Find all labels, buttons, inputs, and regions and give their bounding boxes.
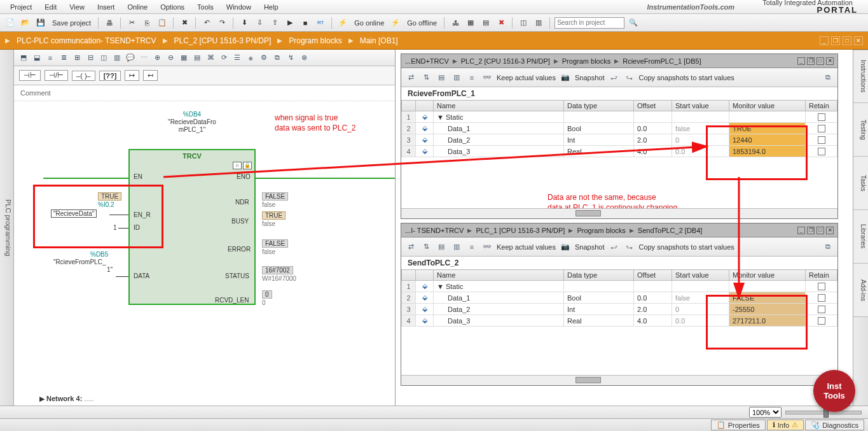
paste-icon[interactable]: 📋	[156, 17, 169, 29]
p1-snap-icon[interactable]: 📷	[560, 72, 571, 83]
rail-tasks[interactable]: Tasks	[853, 157, 868, 210]
p1-glasses-icon[interactable]: 👓	[481, 72, 493, 83]
ed-icon-12[interactable]: ⊖	[165, 52, 176, 64]
p1-copy-icon-1[interactable]: ⮐	[608, 72, 619, 83]
p2-col-retain[interactable]: Retain	[806, 270, 837, 281]
ed-icon-7[interactable]: ◫	[98, 52, 109, 64]
p1-rest-icon[interactable]: ❐	[807, 57, 815, 65]
menu-tools[interactable]: Tools	[192, 2, 219, 12]
p1-col-type[interactable]: Data type	[564, 101, 634, 111]
ed-icon-14[interactable]: ▤	[191, 52, 203, 64]
open-project-icon[interactable]: 📂	[19, 17, 32, 29]
p1-crumb-3[interactable]: RcieveFromPLC_1 [DB5]	[623, 57, 701, 65]
p1-copy[interactable]: Copy snapshots to start values	[638, 74, 734, 81]
p2-col-type[interactable]: Data type	[564, 270, 634, 281]
p2-max-icon[interactable]: □	[816, 227, 824, 234]
p1-icon-1[interactable]: ⇄	[405, 72, 417, 83]
p1-icon-5[interactable]: ≡	[466, 72, 478, 83]
save-project-button[interactable]: Save project	[50, 19, 93, 27]
p2-crumb-2[interactable]: Program blocks	[577, 227, 625, 234]
p1-icon-2[interactable]: ⇅	[420, 72, 432, 83]
split-v-icon[interactable]: ▥	[532, 17, 545, 29]
p2-icon-5[interactable]: ≡	[466, 241, 478, 253]
p1-copy-icon-2[interactable]: ⮑	[623, 72, 635, 83]
p2-copy-icon-1[interactable]: ⮐	[608, 241, 619, 253]
table-row[interactable]: 1⬙ ▼ Static	[402, 111, 837, 123]
p2-icon-4[interactable]: ▥	[451, 241, 462, 253]
en_r-tag[interactable]: "RecieveData"	[51, 209, 97, 218]
p2-min-icon[interactable]: _	[797, 227, 805, 234]
cross-ref-icon[interactable]: ▤	[479, 17, 492, 29]
redo-icon[interactable]: ↷	[216, 17, 228, 29]
comment-row[interactable]: Comment	[14, 85, 395, 101]
rail-addins[interactable]: Add-ins	[853, 264, 868, 317]
ed-icon-22[interactable]: ⊗	[298, 52, 310, 64]
p2-settings-icon[interactable]: ⧉	[822, 241, 834, 253]
ed-icon-19[interactable]: ⚙	[258, 52, 270, 64]
table-row[interactable]: 2⬙ Data_1 Bool0.0 falseTRUE	[402, 123, 837, 134]
minimize-icon[interactable]: _	[820, 36, 829, 45]
ed-icon-15[interactable]: ⌘	[205, 52, 216, 64]
table-row[interactable]: 4⬙ Data_3 Real4.0 0.01853194.0	[402, 146, 837, 157]
ed-icon-2[interactable]: ⬓	[31, 52, 43, 64]
ed-icon-5[interactable]: ⊞	[71, 52, 83, 64]
p2-icon-1[interactable]: ⇄	[405, 241, 417, 253]
search-go-icon[interactable]: 🔍	[627, 17, 640, 29]
zoom-select[interactable]: 100%	[749, 407, 782, 418]
p2-crumb-1[interactable]: PLC_1 [CPU 1516-3 PN/DP]	[476, 227, 565, 234]
p2-crumb-3[interactable]: SendToPLC_2 [DB4]	[638, 227, 703, 234]
menu-project[interactable]: Project	[5, 2, 37, 12]
p2-icon-2[interactable]: ⇅	[420, 241, 432, 253]
ed-icon-3[interactable]: ≡	[45, 52, 56, 64]
menu-edit[interactable]: Edit	[39, 2, 62, 12]
ed-icon-16[interactable]: ⟳	[218, 52, 230, 64]
copy-icon[interactable]: ⎘	[141, 17, 153, 29]
trcv-block[interactable]: TRCV ⌂ 🔒	[128, 149, 256, 305]
restore-icon[interactable]: ❐	[831, 36, 840, 45]
menu-insert[interactable]: Insert	[92, 2, 120, 12]
p2-rest-icon[interactable]: ❐	[807, 227, 815, 234]
new-project-icon[interactable]: 📄	[4, 17, 17, 29]
menu-window[interactable]: Window	[221, 2, 256, 12]
go-online-icon[interactable]: ⚡	[336, 17, 349, 29]
stop-icon[interactable]: ■	[299, 17, 312, 29]
p2-snapshot[interactable]: Snapshot	[575, 243, 604, 251]
editor-icon[interactable]: ⬒	[18, 52, 29, 64]
tab-properties[interactable]: 📋Properties	[711, 420, 766, 430]
contact-no-icon[interactable]: ⊣⊢	[19, 70, 41, 81]
p2-close-icon[interactable]: ✕	[826, 227, 834, 234]
p1-settings-icon[interactable]: ⧉	[822, 72, 834, 83]
table-row[interactable]: 2⬙ Data_1 Bool0.0 falseFALSE	[402, 292, 837, 304]
x-icon[interactable]: ✖	[495, 17, 507, 29]
compile-icon[interactable]: ⬇	[238, 17, 251, 29]
ed-icon-8[interactable]: ▥	[111, 52, 123, 64]
panel1-hscroll[interactable]	[401, 208, 837, 218]
block-lock-icon[interactable]: 🔒	[243, 162, 252, 169]
p1-col-offset[interactable]: Offset	[634, 101, 672, 111]
network-label[interactable]: ▶ Network 4: .....	[39, 395, 94, 403]
p2-crumb-0[interactable]: ...I- TSEND+TRCV	[405, 227, 464, 234]
crumb-project[interactable]: PLC-PLC communcation- TSEND+TRCV	[17, 36, 156, 45]
ed-icon-10[interactable]: ⋯	[138, 52, 149, 64]
ed-icon-9[interactable]: 💬	[125, 52, 136, 64]
crumb-plc[interactable]: PLC_2 [CPU 1516-3 PN/DP]	[174, 36, 272, 45]
crumb-blocks[interactable]: Program blocks	[289, 36, 341, 45]
ed-icon-18[interactable]: ⎈	[245, 52, 256, 64]
ed-icon-11[interactable]: ⊕	[151, 52, 163, 64]
p1-icon-3[interactable]: ▤	[436, 72, 447, 83]
table-row[interactable]: 1⬙ ▼ Static	[402, 281, 837, 292]
p1-col-retain[interactable]: Retain	[806, 101, 837, 111]
rail-libraries[interactable]: Libraries	[853, 210, 868, 264]
ed-icon-17[interactable]: ☰	[231, 52, 243, 64]
menu-online[interactable]: Online	[122, 2, 153, 12]
cpu-icon[interactable]: ▦	[464, 17, 477, 29]
rail-instructions[interactable]: Instructions	[853, 50, 868, 103]
table-row[interactable]: 4⬙ Data_3 Real4.0 0.02717211.0	[402, 315, 837, 327]
p1-crumb-0[interactable]: ...END+TRCV	[405, 57, 449, 65]
left-rail[interactable]: PLC programming	[0, 50, 14, 406]
p2-keep[interactable]: Keep actual values	[497, 243, 556, 251]
p1-col-start[interactable]: Start value	[672, 101, 729, 111]
p1-close-icon[interactable]: ✕	[826, 57, 834, 65]
ed-icon-4[interactable]: ≣	[58, 52, 69, 64]
go-online-button[interactable]: Go online	[352, 19, 387, 27]
